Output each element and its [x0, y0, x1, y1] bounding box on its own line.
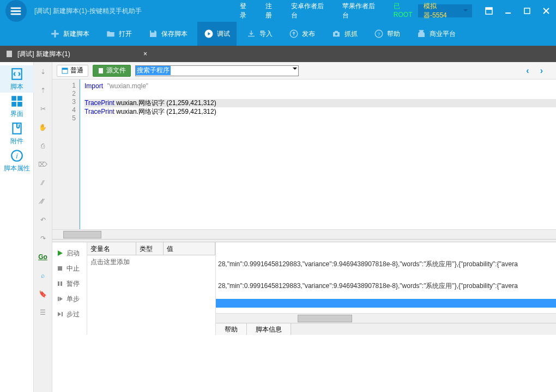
main-toolbar: 新建脚本 打开 保存脚本 调试 导入 发布 抓抓 ?帮助 商业平台	[0, 22, 556, 46]
help-button[interactable]: ?帮助	[367, 22, 407, 46]
nav-attach[interactable]: 附件	[0, 120, 34, 147]
close-icon	[542, 7, 550, 15]
save-button[interactable]: 保存脚本	[142, 22, 194, 46]
editor-tool-column: ⇣ ⇡ ✂ ✋ ⎙ ⌦ ⁄⁄ ⁄⁄̸ ↶ ↷ Go ⌕ 🔖 ☰	[34, 62, 52, 392]
new-script-button[interactable]: 新建脚本	[44, 22, 96, 46]
nav-next-button[interactable]: ›	[540, 66, 543, 76]
window-compact-button[interactable]	[480, 0, 499, 22]
ios-backend-link[interactable]: 苹果作者后台	[342, 2, 380, 20]
stop-icon	[57, 265, 63, 272]
plus-icon	[50, 29, 60, 39]
open-button[interactable]: 打开	[99, 22, 138, 46]
nav-script-label: 脚本	[10, 82, 23, 91]
tool-comment-icon[interactable]: ⁄⁄	[37, 176, 50, 189]
tool-go-icon[interactable]: Go	[37, 250, 50, 264]
menu-icon	[10, 5, 22, 17]
svg-rect-9	[524, 8, 530, 14]
code-keyword: TracePrint	[84, 108, 114, 115]
close-button[interactable]	[537, 0, 556, 22]
camera-icon	[331, 29, 341, 39]
code-text: wuxian.网络识字 (21,259,421,312)	[114, 108, 216, 115]
tool-down-icon[interactable]: ⇣	[37, 65, 50, 78]
debug-step-button[interactable]: 单步	[52, 291, 87, 307]
scrollbar-thumb[interactable]	[298, 315, 352, 322]
code-editor[interactable]: 12345 Import "wuxian.mqle" TracePrint wu…	[52, 79, 556, 229]
svg-rect-22	[11, 96, 16, 101]
mode-source-label: 源文件	[106, 66, 126, 75]
tool-cut-icon[interactable]: ✂	[37, 102, 50, 115]
tool-find-icon[interactable]: ⌕	[37, 269, 50, 282]
document-tab[interactable]: [调试] 新建脚本(1) ×	[0, 46, 153, 62]
svg-rect-35	[58, 297, 59, 301]
import-label: 导入	[259, 29, 273, 39]
scrollbar-thumb[interactable]	[63, 231, 101, 238]
output-h-scrollbar[interactable]	[216, 313, 556, 323]
tool-list-icon[interactable]: ☰	[37, 306, 50, 319]
publish-button[interactable]: 发布	[282, 22, 322, 46]
svg-rect-34	[61, 281, 62, 286]
svg-rect-7	[486, 8, 492, 10]
debug-stop-button[interactable]: 中止	[52, 261, 87, 276]
step-icon	[57, 296, 63, 302]
debug-controls: 启动 中止 暂停 单步 步过	[52, 242, 87, 335]
maximize-button[interactable]	[518, 0, 537, 22]
svg-rect-20	[7, 51, 12, 57]
output-tabs: 帮助 脚本信息	[216, 323, 556, 335]
svg-rect-31	[99, 68, 103, 74]
tool-up-icon[interactable]: ⇡	[37, 84, 50, 97]
tool-redo-icon[interactable]: ↷	[37, 232, 50, 245]
debug-label: 调试	[217, 29, 230, 39]
svg-rect-36	[62, 312, 63, 316]
market-button[interactable]: 商业平台	[410, 22, 462, 46]
main-menu-button[interactable]	[5, 0, 27, 22]
debug-button[interactable]: 调试	[197, 22, 237, 46]
tool-undo-icon[interactable]: ↶	[37, 213, 50, 226]
debug-stepover-button[interactable]: 步过	[52, 307, 87, 322]
minimize-button[interactable]	[499, 0, 518, 22]
login-link[interactable]: 登录	[240, 2, 252, 20]
nav-props[interactable]: i脚本属性	[0, 147, 34, 174]
col-varname: 变量名	[87, 242, 136, 255]
debug-pause-button[interactable]: 暂停	[52, 276, 87, 291]
titlebar: [调试] 新建脚本(1)-按键精灵手机助手 登录 注册 安卓作者后台 苹果作者后…	[0, 0, 556, 22]
search-subroutine-box[interactable]: 搜索子程序	[135, 65, 299, 76]
code-area[interactable]: Import "wuxian.mqle" TracePrint wuxian.网…	[80, 79, 556, 229]
mode-source-button[interactable]: 源文件	[93, 65, 131, 77]
nav-script[interactable]: 脚本	[0, 65, 34, 93]
svg-rect-24	[11, 102, 16, 107]
nav-prev-button[interactable]: ‹	[526, 66, 529, 76]
tab-close-button[interactable]: ×	[143, 50, 147, 58]
editor-mode-bar: 普通 源文件 搜索子程序 ‹ ›	[52, 62, 556, 79]
tool-tag-icon[interactable]: ⌦	[37, 158, 50, 171]
tool-paste-icon[interactable]: ⎙	[37, 139, 50, 152]
chevron-down-icon[interactable]	[293, 68, 297, 72]
output-tab-help[interactable]: 帮助	[216, 323, 247, 335]
register-link[interactable]: 注册	[265, 2, 278, 20]
debug-start-button[interactable]: 启动	[52, 246, 87, 261]
import-button[interactable]: 导入	[240, 22, 279, 46]
capture-label: 抓抓	[345, 29, 358, 39]
tool-hand-icon[interactable]: ✋	[37, 121, 50, 134]
device-selector[interactable]: 模拟器-5554	[418, 4, 472, 17]
output-panel: 28,"min":0.99916458129883,"variance":9.9…	[216, 242, 556, 335]
svg-rect-13	[51, 33, 59, 35]
svg-rect-32	[58, 266, 62, 271]
svg-text:?: ?	[377, 32, 380, 37]
editor-h-scrollbar[interactable]	[52, 229, 556, 239]
file-icon	[5, 50, 13, 58]
import-icon	[246, 29, 256, 39]
svg-rect-14	[151, 30, 154, 33]
nav-props-label: 脚本属性	[4, 164, 30, 173]
doc-icon	[98, 68, 104, 74]
stepover-icon	[57, 311, 63, 317]
help-icon: ?	[374, 29, 384, 39]
output-tab-scriptinfo[interactable]: 脚本信息	[247, 323, 291, 335]
variables-add-hint[interactable]: 点击这里添加	[87, 255, 215, 269]
tool-uncomment-icon[interactable]: ⁄⁄̸	[37, 195, 50, 208]
tool-bookmark-icon[interactable]: 🔖	[37, 287, 50, 301]
mode-normal-button[interactable]: 普通	[57, 65, 88, 77]
minimize-icon	[504, 7, 512, 15]
nav-ui[interactable]: 界面	[0, 93, 34, 120]
capture-button[interactable]: 抓抓	[325, 22, 364, 46]
android-backend-link[interactable]: 安卓作者后台	[291, 2, 329, 20]
